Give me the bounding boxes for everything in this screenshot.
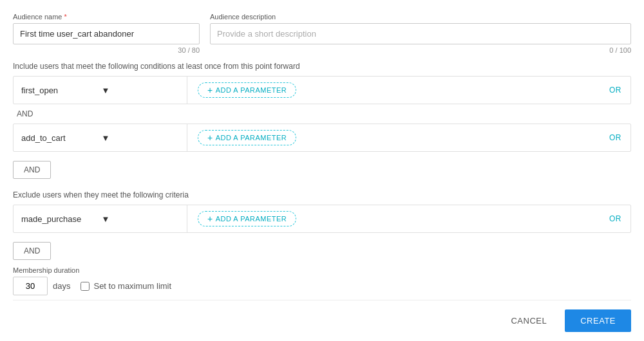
audience-name-input[interactable] xyxy=(13,23,200,44)
exclude-event-value-1: made_purchase xyxy=(21,214,99,224)
include-label: Include users that meet the following co… xyxy=(13,62,631,71)
dropdown-icon-1: ▼ xyxy=(102,86,180,95)
audience-name-label: Audience name * xyxy=(13,13,200,21)
event-value-2: add_to_cart xyxy=(21,133,99,143)
max-limit-label[interactable]: Set to maximum limit xyxy=(93,281,171,291)
event-value-1: first_open xyxy=(21,86,99,95)
param-area-2: + ADD A PARAMETER xyxy=(187,130,600,145)
exclude-condition-row-1: made_purchase ▼ + ADD A PARAMETER OR xyxy=(13,205,631,233)
condition-row-2: add_to_cart ▼ + ADD A PARAMETER OR xyxy=(13,124,631,152)
exclude-param-area-1: + ADD A PARAMETER xyxy=(187,211,600,226)
exclude-event-select-1[interactable]: made_purchase ▼ xyxy=(14,205,187,232)
event-select-2[interactable]: add_to_cart ▼ xyxy=(14,124,187,151)
condition-row-1: first_open ▼ + ADD A PARAMETER OR xyxy=(13,76,631,104)
days-label: days xyxy=(53,281,70,291)
exclude-conditions: made_purchase ▼ + ADD A PARAMETER OR xyxy=(13,205,631,233)
exclude-or-btn-1[interactable]: OR xyxy=(600,214,630,223)
footer: CANCEL CREATE xyxy=(13,300,631,341)
membership-days-input[interactable] xyxy=(13,277,48,295)
exclude-add-param-btn-1[interactable]: + ADD A PARAMETER xyxy=(198,211,296,226)
cancel-button[interactable]: CANCEL xyxy=(498,309,560,332)
max-limit-checkbox[interactable] xyxy=(80,282,90,291)
and-connector-1: AND xyxy=(17,109,631,118)
top-row: Audience name * 30 / 80 Audience descrip… xyxy=(13,13,631,54)
audience-description-char-count: 0 / 100 xyxy=(210,46,631,54)
main-container: Audience name * 30 / 80 Audience descrip… xyxy=(0,0,644,341)
param-area-1: + ADD A PARAMETER xyxy=(187,82,600,98)
max-limit-checkbox-group: Set to maximum limit xyxy=(80,281,171,291)
add-param-btn-1[interactable]: + ADD A PARAMETER xyxy=(198,82,296,98)
audience-description-group: Audience description 0 / 100 xyxy=(210,13,631,54)
dropdown-icon-2: ▼ xyxy=(102,133,180,143)
audience-description-label: Audience description xyxy=(210,13,631,21)
create-button[interactable]: CREATE xyxy=(565,309,631,332)
membership-input-row: days Set to maximum limit xyxy=(13,277,631,295)
or-btn-1[interactable]: OR xyxy=(600,86,630,95)
membership-group: Membership duration days Set to maximum … xyxy=(13,266,631,295)
audience-name-char-count: 30 / 80 xyxy=(13,46,200,54)
exclude-dropdown-icon-1: ▼ xyxy=(102,214,180,224)
include-conditions: first_open ▼ + ADD A PARAMETER OR AND ad… xyxy=(13,76,631,152)
add-param-btn-2[interactable]: + ADD A PARAMETER xyxy=(198,130,296,145)
membership-label: Membership duration xyxy=(13,266,631,274)
event-select-1[interactable]: first_open ▼ xyxy=(14,77,187,104)
or-btn-2[interactable]: OR xyxy=(600,133,630,142)
audience-name-group: Audience name * 30 / 80 xyxy=(13,13,200,54)
audience-description-input[interactable] xyxy=(210,23,631,44)
add-and-exclude-button[interactable]: AND xyxy=(13,242,51,260)
add-and-condition-button[interactable]: AND xyxy=(13,161,51,179)
exclude-label: Exclude users when they meet the followi… xyxy=(13,190,631,199)
